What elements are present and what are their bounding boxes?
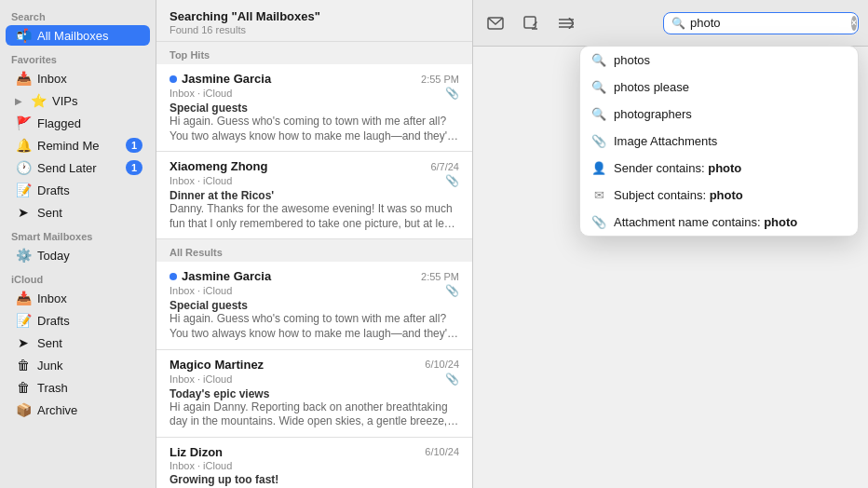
search-icon: 🔍 [591,80,606,94]
sidebar-item-remind-me[interactable]: 🔔 Remind Me 1 [6,135,150,156]
sidebar-item-flagged[interactable]: 🚩 Flagged [6,113,150,133]
sidebar-item-drafts[interactable]: 📝 Drafts [6,180,150,200]
envelope-icon: ✉ [591,188,606,202]
sidebar-item-icloud-archive[interactable]: 📦 Archive [6,400,150,420]
autocomplete-item-image-attachments[interactable]: 📎 Image Attachments [580,128,858,155]
remind-me-badge: 1 [126,138,142,153]
unread-dot [170,273,177,280]
svg-rect-1 [524,17,536,28]
email-sender: Liz Dizon [170,445,223,459]
email-subject: Special guests [170,102,459,115]
autocomplete-text: photographers [614,107,847,121]
sidebar-item-sent[interactable]: ➤ Sent [6,202,150,223]
email-sender: Jasmine Garcia [170,269,271,283]
email-date: 6/7/24 [430,161,459,172]
sidebar-item-icloud-trash[interactable]: 🗑 Trash [6,377,150,398]
email-item-header: Liz Dizon 6/10/24 [170,445,459,459]
autocomplete-item-attachment-name[interactable]: 📎 Attachment name contains: photo [580,209,858,236]
person-icon: 👤 [591,161,606,175]
email-meta: Inbox · iCloud 📎 [170,284,459,297]
email-subject: Dinner at the Ricos' [170,189,459,202]
attachment-icon: 📎 [445,284,459,297]
search-input[interactable] [690,16,847,30]
email-subject: Special guests [170,299,459,312]
expand-button[interactable] [553,10,579,36]
email-meta: Inbox · iCloud 📎 [170,373,459,386]
today-icon: ⚙️ [15,248,32,263]
search-section-label: Search [0,4,156,24]
sidebar-item-inbox[interactable]: 📥 Inbox [6,68,150,88]
send-later-badge: 1 [126,160,142,175]
autocomplete-item-subject-contains[interactable]: ✉ Subject contains: photo [580,182,858,209]
vip-icon: ⭐ [30,93,47,108]
autocomplete-item-sender-contains[interactable]: 👤 Sender contains: photo [580,155,858,182]
send-later-label: Send Later [37,161,120,175]
sidebar-item-send-later[interactable]: 🕐 Send Later 1 [6,157,150,178]
inbox-label: Inbox [37,72,142,86]
unread-dot [170,75,177,83]
email-item-2[interactable]: Magico Martinez 6/10/24 Inbox · iCloud 📎… [156,350,472,438]
email-mailbox: Inbox · iCloud [170,373,232,385]
autocomplete-text: Sender contains: photo [614,161,847,175]
remind-me-label: Remind Me [37,139,120,153]
today-label: Today [37,249,142,263]
icloud-archive-label: Archive [37,403,142,417]
top-hits-label: Top Hits [156,42,472,64]
sidebar-item-icloud-sent[interactable]: ➤ Sent [6,332,150,353]
email-item-1[interactable]: Jasmine Garcia 2:55 PM Inbox · iCloud 📎 … [156,262,472,349]
favorites-section-label: Favorites [0,47,156,67]
sidebar-item-icloud-drafts[interactable]: 📝 Drafts [6,310,150,331]
email-list-pane: Searching "All Mailboxes" Found 16 resul… [156,0,473,488]
search-icon: 🔍 [591,107,606,121]
vip-label: VIPs [52,94,142,108]
autocomplete-dropdown: 🔍 photos 🔍 photos please 🔍 photographers… [579,46,859,237]
search-glass-icon: 🔍 [671,17,685,30]
email-preview: Hi again. Guess who's coming to town wit… [170,312,459,341]
email-date: 2:55 PM [421,271,459,282]
attachment-icon: 📎 [445,87,459,100]
autocomplete-item-photos[interactable]: 🔍 photos [580,47,858,74]
autocomplete-item-photographers[interactable]: 🔍 photographers [580,101,858,128]
all-mailboxes-label: All Mailboxes [37,29,142,43]
remind-me-icon: 🔔 [15,138,32,153]
right-pane: 🔍 × 🔍 photos 🔍 photos please 🔍 photograp… [473,0,868,488]
autocomplete-bold: photo [708,161,741,175]
email-sender: Xiaomeng Zhong [170,159,267,173]
search-clear-button[interactable]: × [851,16,857,31]
icloud-junk-icon: 🗑 [15,358,32,373]
sidebar-item-icloud-inbox[interactable]: 📥 Inbox [6,288,150,308]
email-preview: Hi again Danny. Reporting back on anothe… [170,400,459,429]
compose-button[interactable] [518,10,544,36]
email-item-top-1[interactable]: Jasmine Garcia 2:55 PM Inbox · iCloud 📎 … [156,64,472,152]
icloud-sent-icon: ➤ [15,335,32,350]
email-mailbox: Inbox · iCloud [170,88,232,99]
sidebar-item-icloud-junk[interactable]: 🗑 Junk [6,355,150,375]
sidebar-item-vips[interactable]: ▶ ⭐ VIPs [6,90,150,111]
flagged-icon: 🚩 [15,115,32,130]
email-item-top-2[interactable]: Xiaomeng Zhong 6/7/24 Inbox · iCloud 📎 D… [156,152,472,239]
sidebar-item-all-mailboxes[interactable]: 📬 All Mailboxes [6,25,150,46]
sidebar-item-today[interactable]: ⚙️ Today [6,245,150,265]
mail-button[interactable] [482,10,509,36]
email-meta: Inbox · iCloud 📎 [170,87,459,100]
email-date: 2:55 PM [421,74,459,85]
autocomplete-item-photos-please[interactable]: 🔍 photos please [580,74,858,101]
icloud-inbox-label: Inbox [37,291,142,305]
sidebar: Search 📬 All Mailboxes Favorites 📥 Inbox… [0,0,156,488]
search-results-header: Searching "All Mailboxes" Found 16 resul… [156,0,472,42]
search-icon: 🔍 [591,53,606,67]
email-date: 6/10/24 [425,359,459,370]
autocomplete-bold: photo [710,188,743,202]
icloud-trash-icon: 🗑 [15,380,32,395]
email-subject: Today's epic views [170,387,459,400]
icloud-archive-icon: 📦 [15,402,32,417]
autocomplete-bold: photo [764,215,797,229]
attachment-icon: 📎 [445,174,459,187]
all-results-label: All Results [156,239,472,262]
drafts-icon: 📝 [15,183,32,197]
email-meta: Inbox · iCloud 📎 [170,174,459,187]
email-item-3[interactable]: Liz Dizon 6/10/24 Inbox · iCloud Growing… [156,438,472,488]
send-later-icon: 🕐 [15,160,32,175]
email-item-header: Jasmine Garcia 2:55 PM [170,269,459,283]
sent-icon: ➤ [15,205,32,220]
